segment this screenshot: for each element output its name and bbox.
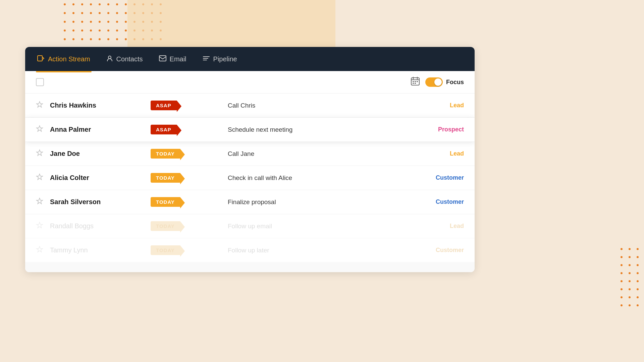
contact-name: Sarah Silverson [50, 198, 151, 206]
contact-type: Customer [424, 247, 464, 254]
action-row[interactable]: Alicia Colter TODAY Check in call with A… [25, 166, 475, 190]
priority-badge: ASAP [151, 125, 177, 134]
focus-label: Focus [446, 79, 464, 86]
action-text: Call Jane [218, 150, 424, 158]
contact-name: Jane Doe [50, 150, 151, 158]
nav-action-stream-label: Action Stream [48, 55, 90, 63]
contacts-icon [106, 55, 113, 63]
badge-wrapper: ASAP [151, 125, 218, 134]
action-stream-icon [37, 55, 45, 64]
action-text: Follow up email [218, 223, 424, 230]
priority-badge: TODAY [151, 245, 180, 255]
pipeline-icon [203, 55, 210, 63]
calendar-icon[interactable] [411, 76, 420, 88]
star-icon[interactable] [36, 222, 43, 231]
action-text: Finalize proposal [218, 198, 424, 206]
action-row[interactable]: Jane Doe TODAY Call Jane Lead [25, 142, 475, 166]
svg-rect-0 [38, 56, 42, 61]
badge-wrapper: TODAY [151, 245, 218, 255]
svg-point-1 [108, 56, 111, 59]
contact-name: Chris Hawkins [50, 102, 151, 109]
svg-rect-2 [159, 56, 166, 61]
priority-badge: TODAY [151, 197, 180, 207]
contact-name: Tammy Lynn [50, 246, 151, 254]
action-text: Call Chris [218, 102, 424, 109]
star-icon[interactable] [36, 246, 43, 255]
action-row[interactable]: Anna Palmer ASAP Schedule next meeting P… [25, 118, 475, 142]
priority-badge: TODAY [151, 221, 180, 231]
star-icon[interactable] [36, 173, 43, 183]
action-rows: Chris Hawkins ASAP Call Chris Lead Anna … [25, 94, 475, 262]
navbar: Action Stream Contacts Email [25, 47, 475, 71]
nav-action-stream[interactable]: Action Stream [36, 52, 92, 66]
svg-rect-13 [413, 83, 414, 84]
toggle-knob [434, 78, 442, 86]
star-icon[interactable] [36, 149, 43, 159]
badge-wrapper: ASAP [151, 101, 218, 110]
star-icon[interactable] [36, 125, 43, 134]
badge-wrapper: TODAY [151, 221, 218, 231]
badge-wrapper: TODAY [151, 197, 218, 207]
action-row[interactable]: Chris Hawkins ASAP Call Chris Lead [25, 94, 475, 118]
toolbar-right: Focus [411, 76, 464, 88]
svg-rect-14 [415, 83, 416, 84]
contact-type: Customer [424, 174, 464, 181]
priority-badge: TODAY [151, 173, 180, 183]
contact-type: Prospect [424, 126, 464, 133]
svg-rect-10 [413, 81, 414, 82]
nav-pipeline[interactable]: Pipeline [201, 52, 238, 66]
select-all-checkbox[interactable] [36, 78, 44, 86]
priority-badge: ASAP [151, 101, 177, 110]
content-area: Focus Chris Hawkins ASAP Call Chris Lead… [25, 71, 475, 272]
contact-name: Anna Palmer [50, 126, 151, 133]
action-text: Follow up later [218, 247, 424, 254]
svg-rect-12 [417, 81, 418, 82]
nav-email-label: Email [170, 55, 186, 63]
action-text: Check in call with Alice [218, 174, 424, 182]
main-container: Action Stream Contacts Email [25, 47, 475, 272]
action-row[interactable]: Tammy Lynn TODAY Follow up later Custome… [25, 238, 475, 262]
contact-type: Lead [424, 223, 464, 230]
contact-type: Lead [424, 150, 464, 157]
action-text: Schedule next meeting [218, 126, 424, 133]
badge-wrapper: TODAY [151, 149, 218, 159]
dot-pattern-right: const dp2 = document.querySelector('.dot… [617, 245, 644, 312]
contact-type: Lead [424, 102, 464, 109]
nav-contacts-label: Contacts [116, 55, 143, 63]
contact-name: Alicia Colter [50, 174, 151, 182]
focus-toggle[interactable]: Focus [425, 77, 464, 87]
nav-email[interactable]: Email [158, 53, 188, 66]
focus-toggle-switch[interactable] [425, 77, 443, 87]
nav-contacts[interactable]: Contacts [105, 52, 144, 66]
star-icon[interactable] [36, 101, 43, 110]
badge-wrapper: TODAY [151, 173, 218, 183]
contact-name: Randall Boggs [50, 222, 151, 230]
email-icon [159, 55, 166, 63]
action-row[interactable]: Randall Boggs TODAY Follow up email Lead [25, 214, 475, 238]
priority-badge: TODAY [151, 149, 180, 159]
toolbar-left [36, 78, 44, 86]
contact-type: Customer [424, 198, 464, 205]
action-row[interactable]: Sarah Silverson TODAY Finalize proposal … [25, 190, 475, 214]
toolbar: Focus [25, 71, 475, 94]
nav-pipeline-label: Pipeline [213, 55, 237, 63]
svg-rect-11 [415, 81, 416, 82]
star-icon[interactable] [36, 197, 43, 207]
cream-background-block [127, 0, 335, 47]
